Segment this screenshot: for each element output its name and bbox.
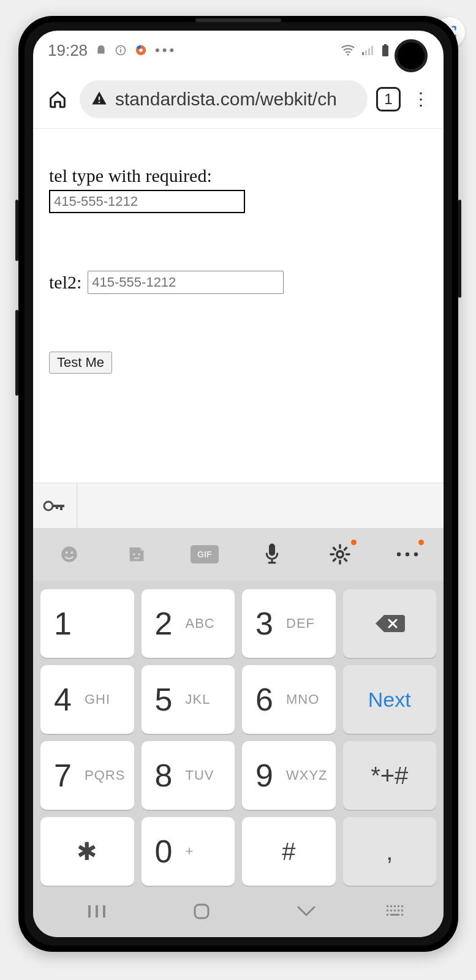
svg-point-15	[44, 502, 53, 510]
sticker-icon[interactable]	[115, 538, 158, 570]
svg-rect-3	[120, 47, 121, 48]
svg-point-25	[336, 551, 342, 557]
key-0[interactable]: 0+	[142, 817, 235, 886]
nav-home[interactable]	[168, 901, 235, 922]
tel2-input[interactable]	[88, 271, 284, 294]
svg-rect-41	[398, 910, 399, 911]
svg-rect-30	[96, 905, 98, 918]
svg-point-23	[138, 553, 140, 555]
keyboard-toolbar: GIF	[33, 528, 444, 581]
svg-rect-34	[390, 905, 392, 907]
svg-rect-44	[390, 914, 399, 916]
svg-point-5	[139, 48, 143, 52]
tab-count-text: 1	[384, 91, 392, 108]
tel2-label: tel2:	[49, 272, 81, 293]
key-comma[interactable]: ,	[343, 817, 437, 886]
home-icon	[47, 89, 68, 110]
suggestion-area[interactable]	[77, 483, 444, 528]
key-1[interactable]: 1	[40, 589, 134, 658]
volume-up-button	[15, 200, 18, 261]
chevron-down-icon	[296, 905, 317, 918]
symbols-key[interactable]: *+#	[343, 741, 437, 810]
keyboard-more-icon[interactable]	[386, 538, 429, 570]
phone-frame: 19:28 •••	[18, 16, 458, 952]
status-more-icon: •••	[155, 42, 176, 58]
not-secure-icon	[91, 89, 108, 109]
backspace-icon	[373, 612, 406, 635]
svg-point-27	[406, 552, 409, 556]
svg-rect-8	[365, 50, 367, 55]
android-icon	[95, 44, 107, 56]
phone-bezel: 19:28 •••	[25, 22, 452, 946]
key-7[interactable]: 7PQRS	[40, 741, 134, 810]
key-3[interactable]: 3DEF	[242, 589, 336, 658]
svg-point-19	[61, 546, 77, 562]
status-bar: 19:28 •••	[33, 31, 444, 70]
svg-rect-31	[103, 905, 105, 918]
test-me-button[interactable]: Test Me	[49, 352, 112, 374]
svg-rect-32	[195, 905, 208, 918]
emoji-icon[interactable]	[48, 538, 91, 570]
svg-rect-38	[387, 910, 388, 911]
tel1-label: tel type with required:	[49, 165, 428, 186]
info-icon	[115, 44, 127, 56]
svg-rect-2	[120, 49, 121, 53]
home-nav-icon	[191, 901, 212, 922]
svg-rect-14	[99, 101, 100, 102]
suggestion-bar	[33, 483, 444, 528]
svg-rect-17	[60, 505, 62, 510]
svg-rect-37	[401, 905, 403, 907]
keyboard-area: GIF 1 2ABC 3DEF	[33, 483, 444, 937]
svg-point-22	[133, 553, 135, 555]
svg-point-26	[397, 552, 401, 556]
address-bar[interactable]: standardista.com/webkit/ch	[80, 80, 368, 118]
home-button[interactable]	[44, 86, 71, 113]
tab-switcher[interactable]: 1	[376, 87, 401, 111]
battery-icon	[381, 43, 390, 57]
key-2[interactable]: 2ABC	[142, 589, 235, 658]
screen: 19:28 •••	[33, 31, 444, 937]
svg-rect-29	[88, 905, 91, 918]
key-hash[interactable]: #	[242, 817, 336, 886]
password-key-icon[interactable]	[33, 483, 77, 528]
volume-down-button	[15, 310, 18, 396]
settings-icon[interactable]	[319, 538, 361, 570]
url-text: standardista.com/webkit/ch	[115, 89, 357, 110]
key-9[interactable]: 9WXYZ	[242, 741, 336, 810]
svg-rect-7	[362, 52, 364, 55]
svg-rect-13	[99, 96, 100, 100]
svg-rect-10	[371, 46, 373, 55]
tel1-field-block: tel type with required:	[49, 165, 428, 213]
recents-icon	[86, 903, 108, 920]
browser-swirl-icon	[134, 43, 148, 57]
key-4[interactable]: 4GHI	[40, 665, 134, 734]
gif-icon[interactable]: GIF	[183, 538, 226, 570]
browser-menu-button[interactable]: ⋮	[409, 89, 433, 109]
nav-back[interactable]	[273, 905, 340, 918]
key-5[interactable]: 5JKL	[142, 665, 235, 734]
web-page-content: tel type with required: tel2: Test Me	[33, 129, 444, 374]
svg-point-21	[70, 551, 73, 554]
svg-rect-9	[368, 48, 370, 55]
svg-rect-36	[398, 905, 399, 907]
svg-rect-43	[387, 914, 388, 916]
nav-keyboard-switch[interactable]	[377, 904, 414, 919]
tel2-field-block: tel2:	[49, 271, 428, 294]
next-key[interactable]: Next	[343, 665, 437, 734]
key-star[interactable]: ✱	[40, 817, 134, 886]
svg-rect-12	[384, 44, 387, 46]
svg-rect-39	[390, 910, 392, 911]
mic-icon[interactable]	[251, 538, 293, 570]
browser-toolbar: standardista.com/webkit/ch 1 ⋮	[33, 70, 444, 129]
power-button	[458, 200, 461, 298]
keyboard-icon	[385, 904, 406, 919]
tel1-input[interactable]	[49, 190, 245, 213]
kebab-icon: ⋮	[412, 89, 429, 108]
wifi-icon	[341, 44, 355, 56]
svg-point-28	[414, 552, 418, 556]
backspace-key[interactable]	[343, 589, 437, 658]
key-6[interactable]: 6MNO	[242, 665, 336, 734]
key-8[interactable]: 8TUV	[142, 741, 235, 810]
svg-rect-24	[269, 544, 275, 556]
nav-recents[interactable]	[63, 903, 130, 920]
